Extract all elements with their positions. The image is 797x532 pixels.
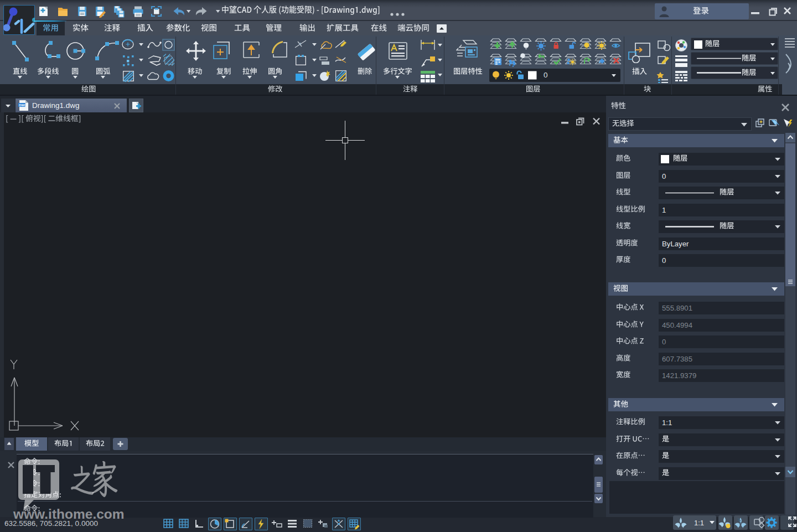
svg-text:DWG: DWG bbox=[19, 104, 26, 107]
